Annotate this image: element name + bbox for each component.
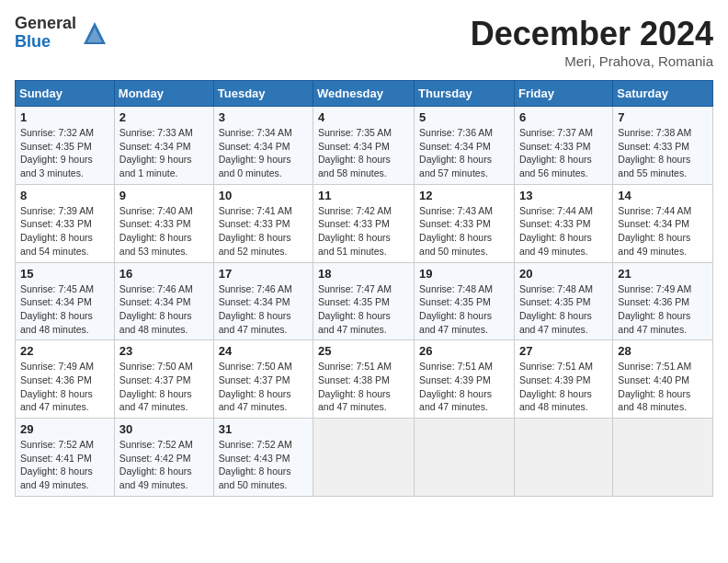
calendar-header-row: Sunday Monday Tuesday Wednesday Thursday… — [16, 81, 713, 107]
day-number: 30 — [119, 422, 209, 436]
calendar-week-row: 8Sunrise: 7:39 AM Sunset: 4:33 PM Daylig… — [16, 184, 713, 262]
day-info: Sunrise: 7:50 AM Sunset: 4:37 PM Dayligh… — [219, 360, 308, 414]
table-row: 16Sunrise: 7:46 AM Sunset: 4:34 PM Dayli… — [114, 262, 213, 340]
table-row: 8Sunrise: 7:39 AM Sunset: 4:33 PM Daylig… — [16, 184, 115, 262]
col-tuesday: Tuesday — [213, 81, 313, 107]
day-info: Sunrise: 7:41 AM Sunset: 4:33 PM Dayligh… — [219, 204, 308, 259]
day-info: Sunrise: 7:43 AM Sunset: 4:33 PM Dayligh… — [419, 204, 509, 259]
day-info: Sunrise: 7:52 AM Sunset: 4:41 PM Dayligh… — [20, 438, 109, 492]
day-number: 3 — [219, 110, 308, 124]
day-info: Sunrise: 7:42 AM Sunset: 4:33 PM Dayligh… — [318, 204, 409, 259]
day-number: 26 — [419, 344, 509, 358]
table-row: 29Sunrise: 7:52 AM Sunset: 4:41 PM Dayli… — [16, 419, 115, 497]
day-info: Sunrise: 7:49 AM Sunset: 4:36 PM Dayligh… — [618, 282, 708, 337]
day-number: 28 — [618, 344, 708, 358]
table-row: 18Sunrise: 7:47 AM Sunset: 4:35 PM Dayli… — [313, 262, 415, 340]
day-info: Sunrise: 7:50 AM Sunset: 4:37 PM Dayligh… — [119, 360, 209, 414]
day-number: 2 — [119, 110, 209, 124]
table-row: 28Sunrise: 7:51 AM Sunset: 4:40 PM Dayli… — [613, 340, 713, 419]
table-row: 17Sunrise: 7:46 AM Sunset: 4:34 PM Dayli… — [213, 262, 313, 340]
table-row: 12Sunrise: 7:43 AM Sunset: 4:33 PM Dayli… — [415, 184, 515, 262]
col-saturday: Saturday — [613, 81, 713, 107]
day-info: Sunrise: 7:47 AM Sunset: 4:35 PM Dayligh… — [318, 282, 409, 337]
logo-general-text: General — [15, 15, 76, 33]
logo-icon — [80, 18, 109, 48]
table-row: 26Sunrise: 7:51 AM Sunset: 4:39 PM Dayli… — [415, 340, 515, 419]
table-row — [514, 419, 612, 497]
day-number: 7 — [618, 110, 708, 124]
day-number: 1 — [20, 110, 109, 124]
calendar-week-row: 15Sunrise: 7:45 AM Sunset: 4:34 PM Dayli… — [16, 262, 713, 340]
day-number: 8 — [20, 189, 109, 202]
day-info: Sunrise: 7:51 AM Sunset: 4:40 PM Dayligh… — [618, 360, 708, 414]
day-info: Sunrise: 7:49 AM Sunset: 4:36 PM Dayligh… — [20, 360, 109, 414]
col-thursday: Thursday — [415, 81, 515, 107]
col-friday: Friday — [514, 81, 612, 107]
day-info: Sunrise: 7:51 AM Sunset: 4:39 PM Dayligh… — [519, 360, 608, 414]
table-row: 27Sunrise: 7:51 AM Sunset: 4:39 PM Dayli… — [514, 340, 612, 419]
day-info: Sunrise: 7:38 AM Sunset: 4:33 PM Dayligh… — [618, 126, 708, 180]
logo-blue-text: Blue — [15, 33, 76, 52]
table-row: 11Sunrise: 7:42 AM Sunset: 4:33 PM Dayli… — [313, 184, 415, 262]
day-number: 14 — [618, 189, 708, 202]
table-row: 19Sunrise: 7:48 AM Sunset: 4:35 PM Dayli… — [415, 262, 515, 340]
table-row: 3Sunrise: 7:34 AM Sunset: 4:34 PM Daylig… — [213, 107, 313, 185]
day-info: Sunrise: 7:51 AM Sunset: 4:39 PM Dayligh… — [419, 360, 509, 414]
table-row: 7Sunrise: 7:38 AM Sunset: 4:33 PM Daylig… — [613, 107, 713, 185]
month-title: December 2024 — [471, 15, 713, 53]
day-info: Sunrise: 7:35 AM Sunset: 4:34 PM Dayligh… — [318, 126, 409, 180]
day-number: 18 — [318, 267, 409, 281]
table-row: 22Sunrise: 7:49 AM Sunset: 4:36 PM Dayli… — [16, 340, 115, 419]
day-number: 22 — [20, 344, 109, 358]
day-info: Sunrise: 7:45 AM Sunset: 4:34 PM Dayligh… — [20, 282, 109, 337]
day-number: 21 — [618, 267, 708, 281]
day-number: 16 — [119, 267, 209, 281]
table-row: 1Sunrise: 7:32 AM Sunset: 4:35 PM Daylig… — [16, 107, 115, 185]
col-wednesday: Wednesday — [313, 81, 415, 107]
day-number: 27 — [519, 344, 608, 358]
table-row — [613, 419, 713, 497]
day-info: Sunrise: 7:46 AM Sunset: 4:34 PM Dayligh… — [119, 282, 209, 337]
table-row: 10Sunrise: 7:41 AM Sunset: 4:33 PM Dayli… — [213, 184, 313, 262]
title-section: December 2024 Meri, Prahova, Romania — [471, 15, 713, 69]
day-number: 24 — [219, 344, 308, 358]
day-info: Sunrise: 7:46 AM Sunset: 4:34 PM Dayligh… — [219, 282, 308, 337]
table-row: 21Sunrise: 7:49 AM Sunset: 4:36 PM Dayli… — [613, 262, 713, 340]
day-info: Sunrise: 7:48 AM Sunset: 4:35 PM Dayligh… — [419, 282, 509, 337]
day-info: Sunrise: 7:39 AM Sunset: 4:33 PM Dayligh… — [20, 204, 109, 259]
day-number: 20 — [519, 267, 608, 281]
table-row: 25Sunrise: 7:51 AM Sunset: 4:38 PM Dayli… — [313, 340, 415, 419]
col-sunday: Sunday — [16, 81, 115, 107]
day-number: 13 — [519, 189, 608, 202]
day-number: 31 — [219, 422, 308, 436]
table-row: 31Sunrise: 7:52 AM Sunset: 4:43 PM Dayli… — [213, 419, 313, 497]
day-number: 12 — [419, 189, 509, 202]
calendar-week-row: 1Sunrise: 7:32 AM Sunset: 4:35 PM Daylig… — [16, 107, 713, 185]
calendar-table: Sunday Monday Tuesday Wednesday Thursday… — [15, 80, 713, 497]
day-info: Sunrise: 7:40 AM Sunset: 4:33 PM Dayligh… — [119, 204, 209, 259]
table-row: 23Sunrise: 7:50 AM Sunset: 4:37 PM Dayli… — [114, 340, 213, 419]
calendar-week-row: 22Sunrise: 7:49 AM Sunset: 4:36 PM Dayli… — [16, 340, 713, 419]
table-row — [415, 419, 515, 497]
day-info: Sunrise: 7:37 AM Sunset: 4:33 PM Dayligh… — [519, 126, 608, 180]
table-row: 2Sunrise: 7:33 AM Sunset: 4:34 PM Daylig… — [114, 107, 213, 185]
table-row: 15Sunrise: 7:45 AM Sunset: 4:34 PM Dayli… — [16, 262, 115, 340]
table-row: 6Sunrise: 7:37 AM Sunset: 4:33 PM Daylig… — [514, 107, 612, 185]
day-number: 9 — [119, 189, 209, 202]
page-header: General Blue December 2024 Meri, Prahova… — [15, 15, 713, 69]
table-row: 30Sunrise: 7:52 AM Sunset: 4:42 PM Dayli… — [114, 419, 213, 497]
table-row: 9Sunrise: 7:40 AM Sunset: 4:33 PM Daylig… — [114, 184, 213, 262]
day-info: Sunrise: 7:32 AM Sunset: 4:35 PM Dayligh… — [20, 126, 109, 180]
day-info: Sunrise: 7:34 AM Sunset: 4:34 PM Dayligh… — [219, 126, 308, 180]
day-info: Sunrise: 7:33 AM Sunset: 4:34 PM Dayligh… — [119, 126, 209, 180]
day-info: Sunrise: 7:48 AM Sunset: 4:35 PM Dayligh… — [519, 282, 608, 337]
day-info: Sunrise: 7:51 AM Sunset: 4:38 PM Dayligh… — [318, 360, 409, 414]
day-number: 10 — [219, 189, 308, 202]
col-monday: Monday — [114, 81, 213, 107]
location: Meri, Prahova, Romania — [471, 53, 713, 69]
day-number: 19 — [419, 267, 509, 281]
table-row — [313, 419, 415, 497]
table-row: 13Sunrise: 7:44 AM Sunset: 4:33 PM Dayli… — [514, 184, 612, 262]
day-info: Sunrise: 7:52 AM Sunset: 4:43 PM Dayligh… — [219, 438, 308, 492]
day-info: Sunrise: 7:44 AM Sunset: 4:34 PM Dayligh… — [618, 204, 708, 259]
